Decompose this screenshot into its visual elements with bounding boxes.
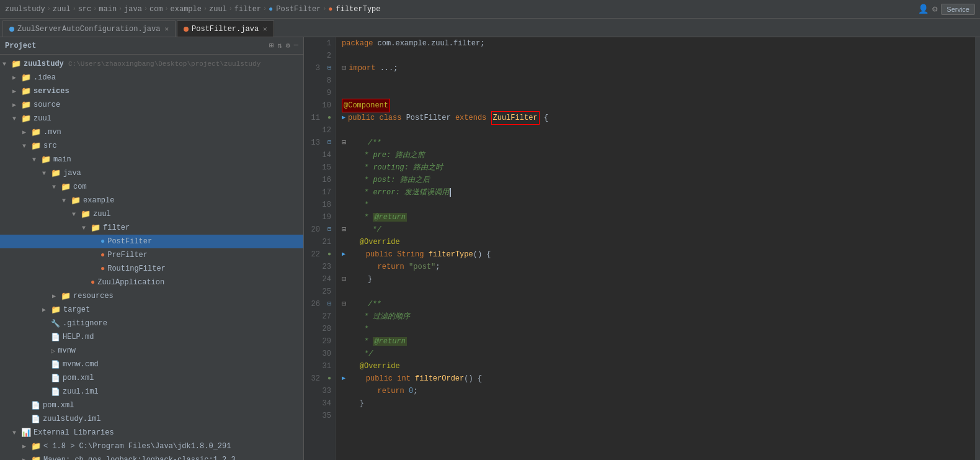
- tree-item-resources[interactable]: ▶ 📁 resources: [0, 289, 303, 303]
- tab-close-zuulserver[interactable]: ✕: [164, 25, 169, 33]
- tree-item-zuul[interactable]: ▼ 📁 zuul: [0, 112, 303, 125]
- settings-icon[interactable]: ⚙: [932, 4, 937, 14]
- tree-label-services: services: [33, 87, 69, 96]
- tree-item-mvnwcmd[interactable]: ▶ 📄 mvnw.cmd: [0, 358, 303, 371]
- tree-item-gitignore[interactable]: ▶ 🔧 .gitignore: [0, 317, 303, 330]
- tree-item-helpmd[interactable]: ▶ 📄 HELP.md: [0, 330, 303, 344]
- tree-item-idea[interactable]: ▶ 📁 .idea: [0, 71, 303, 84]
- tree-item-pomxml-root[interactable]: ▶ 📄 pom.xml: [0, 399, 303, 412]
- tree-item-mvn[interactable]: ▶ 📁 .mvn: [0, 125, 303, 139]
- tree-item-postfilter[interactable]: ▶ ● PostFilter: [0, 235, 303, 248]
- breadcrumb-com[interactable]: com: [149, 5, 163, 14]
- fold-icon[interactable]: ⊟: [323, 137, 331, 149]
- sidebar-icon-sort[interactable]: ⇅: [277, 41, 282, 50]
- code-line-19: * @return: [342, 211, 975, 223]
- breadcrumb-main[interactable]: main: [99, 5, 117, 14]
- breadcrumb-src[interactable]: src: [78, 5, 92, 14]
- sidebar-header: Project ⊞ ⇅ ⚙ —: [0, 37, 303, 55]
- line-num-15: 15: [308, 161, 331, 174]
- arrow-icon: ▼: [12, 115, 20, 122]
- tree-item-zuulstudyiml[interactable]: ▶ 📄 zuulstudy.iml: [0, 412, 303, 426]
- tree-item-logback-classic[interactable]: ▶ 📁 Maven: ch.qos.logback:logback-classi…: [0, 453, 303, 460]
- arrow-icon: ▶: [12, 74, 20, 81]
- tree-item-src[interactable]: ▼ 📁 src: [0, 139, 303, 153]
- fold-icon[interactable]: ⊟: [323, 62, 331, 74]
- code-line-12: [342, 124, 975, 137]
- file-icon-zuulstudyiml: 📄: [31, 415, 40, 424]
- arrow-icon: ▶: [92, 238, 99, 245]
- folder-icon: 📁: [41, 155, 51, 165]
- breadcrumb-zuul2[interactable]: zuul: [209, 5, 227, 14]
- tree-label-source: source: [33, 101, 60, 109]
- sidebar-title: Project: [5, 42, 36, 50]
- line-num-23: 23: [308, 261, 331, 273]
- tree-label-main: main: [53, 155, 71, 164]
- tree-item-pomxml-zuul[interactable]: ▶ 📄 pom.xml: [0, 371, 303, 385]
- tree-label-mvnw: mvnw: [58, 346, 76, 355]
- line-num-28: 28: [308, 323, 331, 335]
- tree-item-routingfilter[interactable]: ▶ ● RoutingFilter: [0, 262, 303, 276]
- tree-item-jdk18[interactable]: ▶ 📁 < 1.8 > C:\Program Files\Java\jdk1.8…: [0, 440, 303, 453]
- sidebar-icon-settings[interactable]: ⚙: [286, 41, 290, 50]
- tree-item-services[interactable]: ▶ 📁 services: [0, 84, 303, 98]
- tree-label-gitignore: .gitignore: [63, 319, 107, 328]
- code-content[interactable]: 1 2 3⊟ 8 9 10 11● 12 13⊟ 14 15 16 17 18 …: [304, 37, 980, 460]
- breadcrumb-java[interactable]: java: [124, 5, 142, 14]
- breadcrumb-zuulstudy[interactable]: zuulstudy: [5, 5, 45, 14]
- line-num-9: 9: [308, 87, 331, 99]
- line-num-20: 20⊟: [308, 223, 331, 236]
- tree-item-source[interactable]: ▶ 📁 source: [0, 98, 303, 112]
- sidebar-icon-close[interactable]: —: [294, 41, 298, 50]
- tree-item-mvnw[interactable]: ▶ ▷ mvnw: [0, 344, 303, 358]
- fold-icon[interactable]: ⊟: [323, 298, 331, 310]
- breadcrumb-postfilter[interactable]: PostFilter: [276, 5, 321, 14]
- tree-item-zuulstudy[interactable]: ▼ 📁 zuulstudy C:\Users\zhaoxingbang\Desk…: [0, 57, 303, 71]
- tree-label-helpmd: HELP.md: [63, 333, 94, 341]
- breadcrumb-filtertype[interactable]: filterType: [336, 5, 381, 14]
- sidebar-icon-align[interactable]: ⊞: [269, 41, 274, 50]
- code-line-28: *: [342, 323, 975, 335]
- tree-item-zuulapplication[interactable]: ▶ ● ZuulApplication: [0, 276, 303, 289]
- library-icon: 📊: [21, 428, 31, 438]
- tree-item-zuuliml[interactable]: ▶ 📄 zuul.iml: [0, 385, 303, 399]
- line-num-1: 1: [308, 37, 331, 50]
- tree-item-com[interactable]: ▼ 📁 com: [0, 180, 303, 194]
- fold-icon[interactable]: ⊟: [323, 223, 331, 236]
- file-icon-orange: ●: [100, 264, 105, 273]
- code-line-3: ⊟import ...;: [342, 62, 975, 74]
- service-button[interactable]: Service: [941, 4, 975, 15]
- tree-item-ext-libraries[interactable]: ▼ 📊 External Libraries: [0, 426, 303, 440]
- code-line-21: @Override: [342, 236, 975, 248]
- tree-label-idea: .idea: [33, 73, 56, 82]
- tree-item-target[interactable]: ▶ 📁 target: [0, 303, 303, 317]
- tree-item-zuul-inner[interactable]: ▼ 📁 zuul: [0, 207, 303, 221]
- breadcrumb-example[interactable]: example: [171, 5, 202, 14]
- tab-postfilter[interactable]: PostFilter.java ✕: [177, 20, 274, 37]
- line-num-21: 21: [308, 236, 331, 248]
- tree-label-com: com: [73, 183, 87, 191]
- tree-item-filter[interactable]: ▼ 📁 filter: [0, 221, 303, 235]
- code-line-15: * routing: 路由之时: [342, 161, 975, 174]
- code-line-27: * 过滤的顺序: [342, 310, 975, 323]
- code-lines[interactable]: package com.example.zuul.filter; ⊟import…: [336, 37, 975, 460]
- right-gutter: [975, 37, 980, 460]
- tree-item-main[interactable]: ▼ 📁 main: [0, 153, 303, 166]
- line-num-13: 13⊟: [308, 137, 331, 149]
- breadcrumb-zuul[interactable]: zuul: [53, 5, 71, 14]
- folder-icon: 📁: [21, 100, 31, 110]
- tab-zuulserver[interactable]: ZuulServerAutoConfiguration.java ✕: [2, 20, 176, 37]
- tree-item-java[interactable]: ▼ 📁 java: [0, 166, 303, 180]
- code-line-9: [342, 87, 975, 99]
- tab-close-postfilter[interactable]: ✕: [263, 25, 267, 33]
- tree-item-prefilter[interactable]: ▶ ● PreFilter: [0, 248, 303, 262]
- folder-icon: 📁: [21, 73, 31, 83]
- code-line-23: return "post";: [342, 261, 975, 273]
- arrow-icon: ▼: [52, 184, 60, 191]
- sidebar-tree: ▼ 📁 zuulstudy C:\Users\zhaoxingbang\Desk…: [0, 55, 303, 460]
- file-icon-gitignore: 🔧: [51, 319, 60, 328]
- breadcrumb-filter[interactable]: filter: [234, 5, 261, 14]
- arrow-icon: ▶: [42, 347, 50, 354]
- tree-item-example[interactable]: ▼ 📁 example: [0, 194, 303, 207]
- folder-icon: 📁: [21, 114, 31, 124]
- arrow-icon: ▼: [82, 225, 89, 232]
